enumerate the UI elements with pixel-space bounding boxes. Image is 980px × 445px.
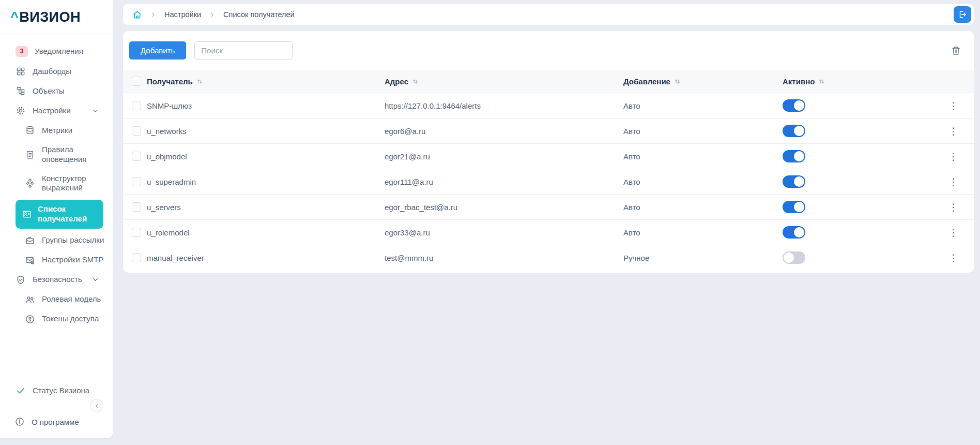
select-all-checkbox[interactable] [132,77,141,86]
sort-icon[interactable] [196,78,203,85]
sidebar-item-expression-builder[interactable]: Конструктор выражений [0,169,113,198]
sidebar-item-security[interactable]: Безопасность [0,270,113,290]
recipients-panel: Добавить Получатель Адрес Добавление Акт… [123,31,974,273]
sidebar-item-dashboards[interactable]: Дашборды [0,62,113,81]
column-header-address: Адрес [385,77,408,86]
hierarchy-icon [16,86,26,96]
key-token-icon [25,314,35,324]
sidebar-item-notifications[interactable]: 3 Уведомления [0,41,113,62]
breadcrumb-item-settings[interactable]: Настройки [164,10,201,19]
document-icon [25,150,35,160]
active-toggle[interactable] [783,251,805,264]
breadcrumb-bar: Настройки Список получателей [123,4,974,25]
sort-icon[interactable] [412,78,419,85]
sidebar-item-label: Токены доступа [42,314,99,324]
row-checkbox[interactable] [132,126,141,136]
trash-icon [951,45,961,56]
sidebar-item-metrics[interactable]: Метрики [0,121,113,140]
recipient-address: test@mmm.ru [385,254,433,262]
home-icon[interactable] [132,10,142,20]
sidebar-item-access-tokens[interactable]: Токены доступа [0,309,113,329]
info-icon [14,417,25,427]
row-menu-icon[interactable]: ⋮ [948,101,958,111]
sidebar-item-label: Дашборды [33,67,71,77]
recipient-address: egor111@a.ru [385,177,433,186]
recipient-name: u_superadmin [147,177,196,186]
recipient-addition: Авто [623,228,640,237]
sidebar-item-label: Уведомления [35,47,83,56]
active-toggle[interactable] [783,226,805,239]
chevron-down-icon[interactable] [91,276,99,284]
table-row: SNMP-шлюз https://127.0.0.1:9464/alerts … [123,93,974,118]
gear-icon [16,106,26,116]
recipient-address: https://127.0.0.1:9464/alerts [385,101,481,110]
sidebar-collapse-button[interactable] [90,399,103,412]
active-toggle[interactable] [783,125,805,137]
sidebar-item-objects[interactable]: Объекты [0,81,113,101]
recipient-address: egor33@a.ru [385,228,430,237]
row-checkbox[interactable] [132,202,141,212]
envelope-gear-icon [25,255,35,265]
column-header-active: Активно [783,77,815,86]
sidebar-item-label: Конструктор выражений [42,174,104,194]
active-toggle[interactable] [783,99,805,112]
table-row: u_networks egor6@a.ru Авто ⋮ [123,118,974,143]
shield-icon [16,275,26,285]
grid-icon [16,66,26,77]
sidebar-item-alert-rules[interactable]: Правила оповещения [0,140,113,169]
sidebar-item-mailing-groups[interactable]: Группы рассылки [0,231,113,250]
sort-icon[interactable] [674,78,681,85]
table-row: u_rolemodel egor33@a.ru Авто ⋮ [123,219,974,245]
row-menu-icon[interactable]: ⋮ [948,152,958,161]
row-menu-icon[interactable]: ⋮ [948,177,958,187]
logout-button[interactable] [954,6,971,23]
recipient-addition: Авто [623,177,640,186]
search-input[interactable] [194,41,293,60]
sidebar-item-role-model[interactable]: Ролевая модель [0,290,113,309]
logo-text: ВИЗИОН [19,9,81,25]
row-checkbox[interactable] [132,228,141,237]
row-checkbox[interactable] [132,177,141,186]
add-button[interactable]: Добавить [129,41,186,60]
status-check-icon [16,385,26,396]
recipient-name: u_servers [147,203,181,212]
sidebar-item-recipients-list[interactable]: Список получателей [16,200,103,229]
row-checkbox[interactable] [132,101,141,110]
row-menu-icon[interactable]: ⋮ [948,228,958,238]
sidebar-item-smtp-settings[interactable]: Настройки SMTP [0,250,113,270]
table-header: Получатель Адрес Добавление Активно [123,70,974,93]
table-row: manual_receiver test@mmm.ru Ручное ⋮ [123,245,974,270]
divider [0,406,113,406]
recipient-address: egor21@a.ru [385,152,430,161]
sidebar-bottom: Статус Визиона О программе [0,381,113,438]
sidebar-item-label: Безопасность [33,275,82,285]
sort-icon[interactable] [818,78,825,85]
sidebar-item-label: Список получателей [38,204,97,224]
recipient-name: SNMP-шлюз [147,101,192,110]
row-checkbox[interactable] [132,152,141,161]
sidebar-item-label: Объекты [33,86,65,96]
sidebar-item-label: Настройки SMTP [42,255,103,265]
trash-button[interactable] [950,44,962,57]
sidebar-item-settings[interactable]: Настройки [0,101,113,121]
row-checkbox[interactable] [132,253,141,262]
sidebar-item-vision-status[interactable]: Статус Визиона [0,381,113,400]
row-menu-icon[interactable]: ⋮ [948,253,958,263]
row-menu-icon[interactable]: ⋮ [948,202,958,212]
active-toggle[interactable] [783,175,805,188]
sidebar-nav: 3 Уведомления Дашборды Объекты Настройки [0,34,113,329]
recipient-address: egor6@a.ru [385,127,425,136]
active-toggle[interactable] [783,201,805,213]
sidebar-item-label: Метрики [42,126,72,136]
sidebar-item-label: Правила оповещения [42,145,104,165]
recipient-name: u_objmodel [147,152,187,161]
chevron-down-icon[interactable] [91,107,99,115]
breadcrumb-item-recipients: Список получателей [223,10,295,19]
row-menu-icon[interactable]: ⋮ [948,126,958,136]
envelope-group-icon [25,235,35,246]
column-header-addition: Добавление [623,77,670,86]
recipient-addition: Авто [623,203,640,212]
logo-caret-icon: ^ [10,9,19,25]
table-row: u_servers egor_rbac_test@a.ru Авто ⋮ [123,194,974,219]
active-toggle[interactable] [783,150,805,162]
